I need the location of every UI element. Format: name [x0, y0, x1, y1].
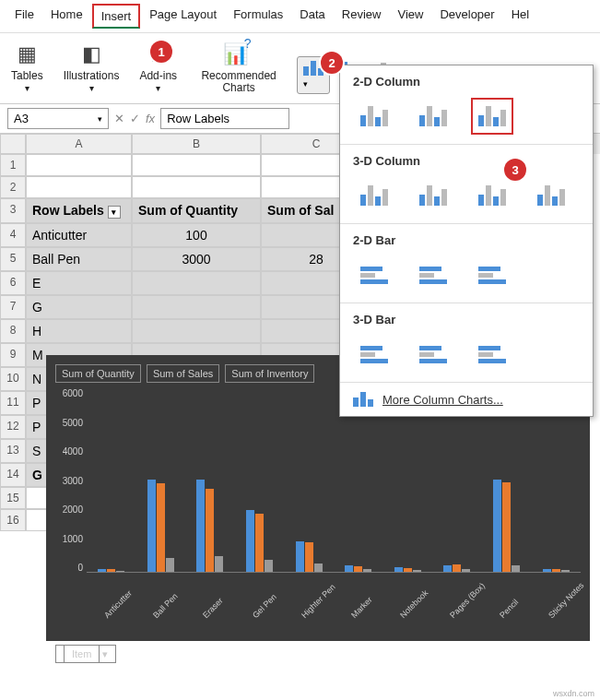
name-box[interactable]: A3▾ [7, 108, 109, 129]
bar [246, 510, 254, 572]
menu-file[interactable]: File [7, 4, 41, 29]
chart-type-option[interactable] [353, 336, 395, 373]
row-header[interactable]: 15 [0, 487, 26, 509]
row-header[interactable]: 3 [0, 198, 26, 223]
pivot-data-cell[interactable]: H [26, 319, 132, 343]
bar [543, 569, 551, 572]
column-header[interactable]: A [26, 134, 132, 154]
pivot-header-cell[interactable]: Sum of Quantity [132, 198, 261, 223]
row-header[interactable]: 14 [0, 463, 26, 487]
chevron-down-icon: ▾ [303, 79, 308, 89]
bar [157, 483, 165, 572]
cell[interactable] [26, 154, 132, 176]
row-header[interactable]: 13 [0, 439, 26, 463]
chart-type-option[interactable] [471, 98, 513, 135]
cancel-icon[interactable]: ✕ [114, 112, 124, 125]
pivot-data-cell[interactable] [132, 271, 261, 295]
select-all-corner[interactable] [0, 134, 26, 154]
column-chart-icon [478, 185, 506, 206]
row-header[interactable]: 11 [0, 391, 26, 415]
pivot-data-cell[interactable]: 3000 [132, 247, 261, 271]
bar [255, 514, 264, 572]
legend-item[interactable]: Sum of Sales [147, 364, 219, 383]
chart-type-option[interactable] [412, 177, 454, 214]
column-header[interactable]: B [132, 134, 261, 154]
bar-group [196, 480, 223, 572]
row-header[interactable]: 2 [0, 176, 26, 198]
menu-formulas[interactable]: Formulas [226, 4, 290, 29]
menu-help[interactable]: Hel [504, 4, 537, 29]
pivot-data-cell[interactable] [132, 319, 261, 343]
row-header[interactable]: 10 [0, 367, 26, 391]
pivot-data-cell[interactable] [132, 295, 261, 319]
bar [462, 569, 470, 572]
bar [107, 569, 115, 572]
bar [345, 565, 353, 572]
cell[interactable] [132, 154, 261, 176]
accept-icon[interactable]: ✓ [130, 112, 140, 125]
menu-view[interactable]: View [390, 4, 430, 29]
bar-chart-icon [419, 346, 447, 363]
bar [453, 564, 461, 572]
row-header[interactable]: 9 [0, 343, 26, 367]
chart-type-option[interactable] [471, 336, 513, 373]
menu-pagelayout[interactable]: Page Layout [142, 4, 224, 29]
chart-type-option[interactable] [412, 336, 454, 373]
chart-type-option[interactable] [412, 98, 454, 135]
row-header[interactable]: 1 [0, 154, 26, 176]
row-header[interactable]: 7 [0, 295, 26, 319]
more-column-charts[interactable]: More Column Charts... [340, 383, 593, 416]
bar [404, 568, 412, 572]
bar [147, 480, 156, 572]
chart-type-option[interactable] [530, 177, 572, 214]
pivot-data-cell[interactable]: Anticutter [26, 223, 132, 247]
legend-item[interactable]: Sum of Inventory [225, 364, 314, 383]
bar [443, 565, 452, 572]
pivot-data-cell[interactable]: 100 [132, 223, 261, 247]
x-tick: Ball Pen [151, 600, 171, 620]
chart-type-option[interactable] [471, 256, 513, 293]
filter-icon[interactable]: ▾ [108, 206, 121, 219]
ribbon-illustrations[interactable]: ◧ Illustrations▾ [60, 42, 124, 94]
formula-input[interactable]: Row Labels [160, 108, 289, 129]
chart-type-option[interactable] [353, 256, 395, 293]
recommended-chart-icon: 📊? [223, 42, 255, 66]
x-tick: Sticky Notes [547, 600, 566, 620]
y-tick: 2000 [55, 504, 83, 515]
menu-developer[interactable]: Developer [432, 4, 501, 29]
pivot-data-cell[interactable]: E [26, 271, 132, 295]
pivot-data-cell[interactable]: Ball Pen [26, 247, 132, 271]
fx-icon[interactable]: fx [146, 112, 155, 125]
watermark: wsxdn.com [553, 689, 594, 698]
bar [296, 541, 304, 572]
chevron-down-icon: ▾ [89, 83, 94, 93]
chart-y-axis: 6000500040003000200010000 [55, 388, 87, 573]
row-header[interactable]: 6 [0, 271, 26, 295]
cell[interactable] [26, 176, 132, 198]
row-header[interactable]: 8 [0, 319, 26, 343]
ribbon-tables[interactable]: ▦ Tables▾ [7, 42, 47, 94]
menu-data[interactable]: Data [292, 4, 332, 29]
row-header[interactable]: 4 [0, 223, 26, 247]
chart-type-option[interactable] [412, 256, 454, 293]
bar [493, 480, 501, 572]
row-header[interactable]: 5 [0, 247, 26, 271]
callout-badge-2: 2 [321, 52, 343, 74]
row-header[interactable]: 12 [0, 415, 26, 439]
cell[interactable] [132, 176, 261, 198]
chart-field-button[interactable]: Item ▾ [55, 645, 116, 663]
row-header[interactable]: 16 [0, 509, 26, 531]
pivot-header-cell[interactable]: Row Labels▾ [26, 198, 132, 223]
pivot-data-cell[interactable]: G [26, 295, 132, 319]
chart-type-option[interactable] [353, 177, 395, 214]
chart-type-option[interactable] [471, 177, 513, 214]
menu-review[interactable]: Review [335, 4, 389, 29]
chart-type-option[interactable] [353, 98, 395, 135]
menu-home[interactable]: Home [43, 4, 90, 29]
bar [394, 567, 403, 572]
legend-item[interactable]: Sum of Quantity [55, 364, 141, 383]
x-tick: Eraser [201, 600, 220, 620]
menu-insert[interactable]: Insert [92, 4, 141, 29]
bar-group [98, 569, 124, 572]
ribbon-recommended-charts[interactable]: 📊? Recommended Charts [194, 42, 284, 94]
